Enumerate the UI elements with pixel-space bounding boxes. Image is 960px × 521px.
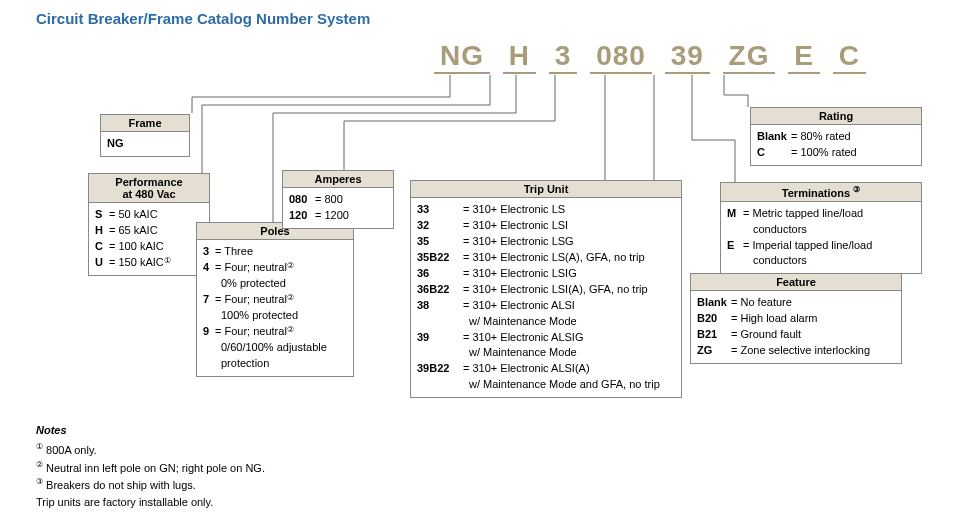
footnote-num: ① (36, 442, 43, 451)
footnote-ref: ① (164, 255, 171, 271)
term-code: M (727, 206, 743, 222)
term-text: = Imperial tapped line/load (743, 238, 872, 254)
footnote-num: ② (36, 460, 43, 469)
poles-sub: 0% protected (203, 276, 347, 292)
poles-text: = Four; neutral (215, 260, 287, 276)
footnote-ref: ② (287, 260, 294, 276)
trip-text: = 310+ Electronic ALSI(A) (463, 361, 590, 377)
frame-head: Frame (101, 115, 189, 132)
poles-text: = Three (215, 244, 253, 260)
catalog-number: NG H 3 080 39 ZG E C (432, 40, 868, 74)
feature-head: Feature (691, 274, 901, 291)
trip-sub: w/ Maintenance Mode (417, 314, 675, 330)
seg-rating: C (833, 40, 866, 74)
trip-text: = 310+ Electronic LSG (463, 234, 574, 250)
rating-head: Rating (751, 108, 921, 125)
footnote-text: 800A only. (46, 444, 97, 456)
footnote-text: Neutral inn left pole on GN; right pole … (46, 461, 265, 473)
perf-code: S (95, 207, 109, 223)
footnote-text: Breakers do not ship with lugs. (46, 479, 196, 491)
terminations-box: Terminations ③ M= Metric tapped line/loa… (720, 182, 922, 274)
footnote-num: ③ (36, 477, 43, 486)
perf-code: U (95, 255, 109, 271)
term-text: = Metric tapped line/load (743, 206, 863, 222)
trip-sub: w/ Maintenance Mode and GFA, no trip (417, 377, 675, 393)
notes-block: Notes ① 800A only. ② Neutral inn left po… (36, 422, 265, 511)
feature-box: Feature Blank= No feature B20= High load… (690, 273, 902, 364)
performance-box: Performance at 480 Vac S= 50 kAIC H= 65 … (88, 173, 210, 276)
footnote-ref: ③ (853, 185, 860, 194)
rating-code: Blank (757, 129, 791, 145)
rating-text: = 100% rated (791, 145, 857, 161)
trip-code: 36B22 (417, 282, 463, 298)
feature-code: Blank (697, 295, 731, 311)
poles-code: 9 (203, 324, 215, 340)
perf-code: H (95, 223, 109, 239)
trip-head: Trip Unit (411, 181, 681, 198)
footnote-ref: ② (287, 324, 294, 340)
trip-code: 32 (417, 218, 463, 234)
seg-poles: 3 (549, 40, 578, 74)
seg-amperes: 080 (590, 40, 652, 74)
feature-code: ZG (697, 343, 731, 359)
rating-code: C (757, 145, 791, 161)
poles-sub: 100% protected (203, 308, 347, 324)
perf-text: = 50 kAIC (109, 207, 158, 223)
frame-value: NG (107, 137, 124, 149)
seg-frame: NG (434, 40, 490, 74)
amperes-head: Amperes (283, 171, 393, 188)
trip-code: 35 (417, 234, 463, 250)
trip-code: 33 (417, 202, 463, 218)
trip-text: = 310+ Electronic LSI(A), GFA, no trip (463, 282, 648, 298)
notes-head: Notes (36, 422, 265, 439)
trip-box: Trip Unit 33= 310+ Electronic LS 32= 310… (410, 180, 682, 398)
perf-text: = 150 kAIC (109, 255, 164, 271)
trip-text: = 310+ Electronic ALSIG (463, 330, 583, 346)
trip-code: 35B22 (417, 250, 463, 266)
rating-box: Rating Blank= 80% rated C= 100% rated (750, 107, 922, 166)
term-code: E (727, 238, 743, 254)
poles-code: 3 (203, 244, 215, 260)
frame-box: Frame NG (100, 114, 190, 157)
seg-terminations: E (788, 40, 820, 74)
perf-code: C (95, 239, 109, 255)
seg-performance: H (503, 40, 536, 74)
trip-code: 38 (417, 298, 463, 314)
amp-text: = 800 (315, 192, 343, 208)
trip-sub: w/ Maintenance Mode (417, 345, 675, 361)
feature-code: B21 (697, 327, 731, 343)
feature-text: = Zone selective interlocking (731, 343, 870, 359)
seg-trip: 39 (665, 40, 710, 74)
terminations-head: Terminations ③ (721, 183, 921, 202)
amperes-box: Amperes 080= 800 120= 1200 (282, 170, 394, 229)
amp-text: = 1200 (315, 208, 349, 224)
trip-text: = 310+ Electronic LS(A), GFA, no trip (463, 250, 645, 266)
notes-footer: Trip units are factory installable only. (36, 494, 265, 511)
trip-code: 39B22 (417, 361, 463, 377)
poles-sub: 0/60/100% adjustable protection (203, 340, 347, 372)
trip-text: = 310+ Electronic LSI (463, 218, 568, 234)
amp-code: 080 (289, 192, 315, 208)
footnote-ref: ② (287, 292, 294, 308)
poles-text: = Four; neutral (215, 324, 287, 340)
rating-text: = 80% rated (791, 129, 851, 145)
trip-code: 39 (417, 330, 463, 346)
trip-text: = 310+ Electronic LS (463, 202, 565, 218)
term-sub: conductors (727, 253, 915, 269)
feature-text: = Ground fault (731, 327, 801, 343)
poles-text: = Four; neutral (215, 292, 287, 308)
seg-feature: ZG (723, 40, 776, 74)
amp-code: 120 (289, 208, 315, 224)
page-title: Circuit Breaker/Frame Catalog Number Sys… (36, 10, 370, 27)
perf-text: = 65 kAIC (109, 223, 158, 239)
perf-text: = 100 kAIC (109, 239, 164, 255)
trip-text: = 310+ Electronic LSIG (463, 266, 577, 282)
trip-code: 36 (417, 266, 463, 282)
feature-text: = High load alarm (731, 311, 818, 327)
feature-text: = No feature (731, 295, 792, 311)
poles-code: 7 (203, 292, 215, 308)
trip-text: = 310+ Electronic ALSI (463, 298, 575, 314)
feature-code: B20 (697, 311, 731, 327)
poles-box: Poles 3= Three 4= Four; neutral② 0% prot… (196, 222, 354, 377)
poles-code: 4 (203, 260, 215, 276)
